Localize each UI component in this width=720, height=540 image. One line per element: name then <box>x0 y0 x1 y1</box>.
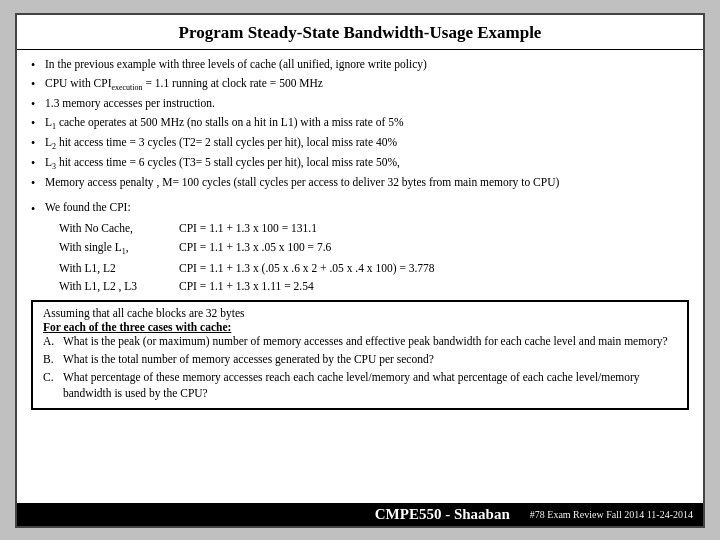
cpi-label: With No Cache, <box>59 219 179 237</box>
footer-brand: CMPE550 - Shaaban <box>375 506 510 523</box>
cpi-row: With L1, L2 , L3 CPI = 1.1 + 1.3 x 1.11 … <box>59 277 689 295</box>
assumption-subhead: For each of the three cases with cache: <box>43 321 677 333</box>
cpi-rows: With No Cache, CPI = 1.1 + 1.3 x 100 = 1… <box>59 219 689 295</box>
cpi-formula: CPI = 1.1 + 1.3 x 100 = 131.1 <box>179 219 317 237</box>
list-item: • L1 cache operates at 500 MHz (no stall… <box>31 114 689 133</box>
bullet-text: 1.3 memory accesses per instruction. <box>45 95 689 112</box>
slide-footer: CMPE550 - Shaaban #78 Exam Review Fall 2… <box>17 503 703 526</box>
list-item: • In the previous example with three lev… <box>31 56 689 74</box>
bullet-dot: • <box>31 57 45 74</box>
cpi-row: With L1, L2 CPI = 1.1 + 1.3 x (.05 x .6 … <box>59 259 689 277</box>
q-text: What percentage of these memory accesses… <box>63 369 677 401</box>
bullet-text: In the previous example with three level… <box>45 56 689 73</box>
assumption-box: Assuming that all cache blocks are 32 by… <box>31 300 689 410</box>
question-item: A. What is the peak (or maximum) number … <box>43 333 677 349</box>
slide-title: Program Steady-State Bandwidth-Usage Exa… <box>17 15 703 50</box>
bullet-dot: • <box>31 115 45 132</box>
bullet-text: CPU with CPIexecution = 1.1 running at c… <box>45 75 689 94</box>
bullet-dot: • <box>31 155 45 172</box>
question-item: C. What percentage of these memory acces… <box>43 369 677 401</box>
cpi-row: With single L1, CPI = 1.1 + 1.3 x .05 x … <box>59 238 689 259</box>
cpi-intro-text: We found the CPI: <box>45 201 131 213</box>
bullet-text: L2 hit access time = 3 cycles (T2= 2 sta… <box>45 134 689 153</box>
bullet-dot: • <box>31 202 45 217</box>
slide-container: Program Steady-State Bandwidth-Usage Exa… <box>15 13 705 528</box>
list-item: • CPU with CPIexecution = 1.1 running at… <box>31 75 689 94</box>
bullet-text: L3 hit access time = 6 cycles (T3= 5 sta… <box>45 154 689 173</box>
q-text: What is the total number of memory acces… <box>63 351 677 367</box>
list-item: • Memory access penalty , M= 100 cycles … <box>31 174 689 192</box>
bullet-dot: • <box>31 135 45 152</box>
cpi-formula: CPI = 1.1 + 1.3 x 1.11 = 2.54 <box>179 277 314 295</box>
cpi-intro: • We found the CPI: <box>31 201 689 217</box>
bullet-text: Memory access penalty , M= 100 cycles (s… <box>45 174 689 191</box>
cpi-formula: CPI = 1.1 + 1.3 x .05 x 100 = 7.6 <box>179 238 331 256</box>
bullet-list: • In the previous example with three lev… <box>31 56 689 194</box>
bullet-text: L1 cache operates at 500 MHz (no stalls … <box>45 114 689 133</box>
q-label: A. <box>43 333 63 349</box>
cpi-label: With L1, L2 , L3 <box>59 277 179 295</box>
question-list: A. What is the peak (or maximum) number … <box>43 333 677 401</box>
bullet-dot: • <box>31 96 45 113</box>
list-item: • L3 hit access time = 6 cycles (T3= 5 s… <box>31 154 689 173</box>
cpi-row: With No Cache, CPI = 1.1 + 1.3 x 100 = 1… <box>59 219 689 237</box>
list-item: • L2 hit access time = 3 cycles (T2= 2 s… <box>31 134 689 153</box>
cpi-formula: CPI = 1.1 + 1.3 x (.05 x .6 x 2 + .05 x … <box>179 259 435 277</box>
slide-body: • In the previous example with three lev… <box>17 50 703 503</box>
cpi-label: With L1, L2 <box>59 259 179 277</box>
bullet-dot: • <box>31 76 45 93</box>
q-text: What is the peak (or maximum) number of … <box>63 333 677 349</box>
question-item: B. What is the total number of memory ac… <box>43 351 677 367</box>
q-label: C. <box>43 369 63 385</box>
cpi-section: • We found the CPI: With No Cache, CPI =… <box>31 201 689 295</box>
bullet-dot: • <box>31 175 45 192</box>
assumption-title: Assuming that all cache blocks are 32 by… <box>43 307 677 319</box>
list-item: • 1.3 memory accesses per instruction. <box>31 95 689 113</box>
footer-info: #78 Exam Review Fall 2014 11-24-2014 <box>530 509 693 520</box>
q-label: B. <box>43 351 63 367</box>
cpi-label: With single L1, <box>59 238 179 259</box>
